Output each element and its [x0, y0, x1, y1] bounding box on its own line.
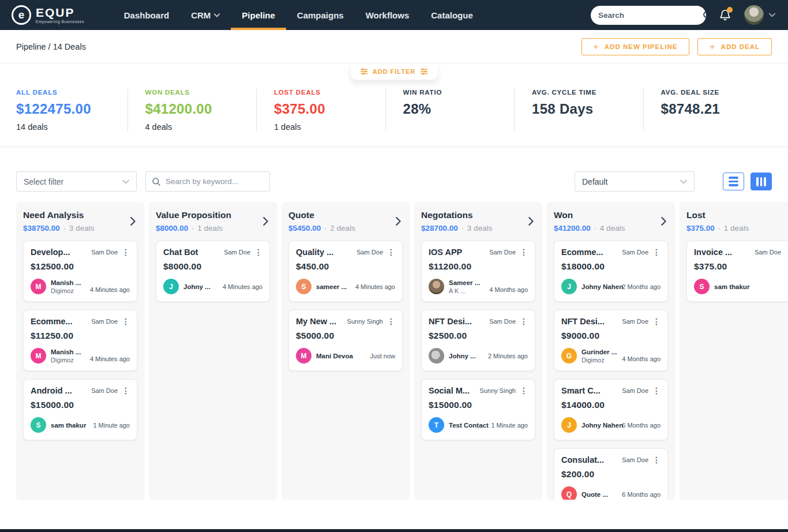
- contact-avatar: G: [561, 348, 577, 364]
- card-menu-icon[interactable]: ⋮: [387, 317, 395, 325]
- deal-title: Develop...: [31, 248, 88, 257]
- notifications-bell[interactable]: [719, 9, 731, 21]
- column-deal-count: 1 deals: [197, 224, 223, 233]
- deal-card[interactable]: NFT Desi... Sam Doe ⋮ $2500.00 Johny ...…: [421, 310, 535, 371]
- card-menu-icon[interactable]: ⋮: [122, 317, 130, 325]
- card-menu-icon[interactable]: ⋮: [652, 456, 661, 464]
- deal-updated-time: 4 Minutes ago: [90, 286, 130, 294]
- card-menu-icon[interactable]: ⋮: [122, 387, 130, 395]
- deal-card[interactable]: My New ... Sunny Singh ⋮ $5000.00 M Mani…: [288, 310, 403, 371]
- column-expand-icon[interactable]: [661, 216, 668, 226]
- card-menu-icon[interactable]: ⋮: [652, 248, 661, 256]
- deal-owner: Sunny Singh: [347, 318, 383, 325]
- app-logo[interactable]: e EQUP Empowering Businesses: [0, 0, 97, 30]
- contact-name: sameer ...: [316, 283, 347, 290]
- deal-owner: Sam Doe: [622, 456, 648, 463]
- card-menu-icon[interactable]: ⋮: [254, 248, 262, 256]
- add-filter-button[interactable]: ADD FILTER: [350, 63, 438, 80]
- deal-amount: $18000.00: [561, 261, 661, 272]
- nav-catalogue[interactable]: Catalogue: [420, 0, 484, 30]
- card-menu-icon[interactable]: ⋮: [785, 248, 788, 256]
- deal-updated-time: 4 Minutes ago: [355, 283, 395, 290]
- nav-dashboard[interactable]: Dashboard: [113, 0, 180, 30]
- user-avatar[interactable]: [744, 5, 764, 25]
- column-name: Lost: [686, 210, 749, 220]
- deal-owner: Sam Doe: [622, 318, 648, 325]
- nav-pipeline[interactable]: Pipeline: [231, 0, 286, 30]
- nav-crm[interactable]: CRM: [180, 0, 231, 30]
- column-deal-count: 2 deals: [330, 224, 355, 233]
- column-name: Won: [554, 210, 625, 220]
- chevron-down-icon: [680, 179, 687, 184]
- keyword-search: [145, 171, 270, 192]
- card-menu-icon[interactable]: ⋮: [520, 317, 528, 325]
- column-deal-count: 4 deals: [600, 224, 625, 233]
- card-menu-icon[interactable]: ⋮: [520, 248, 528, 256]
- column-expand-icon[interactable]: [262, 216, 270, 226]
- deal-owner: Sam Doe: [755, 249, 781, 256]
- list-view-toggle[interactable]: [723, 173, 744, 190]
- contact-avatar: M: [31, 279, 46, 294]
- deal-updated-time: 4 Months ago: [489, 286, 528, 294]
- card-menu-icon[interactable]: ⋮: [652, 387, 661, 395]
- search-icon[interactable]: [703, 10, 712, 20]
- deal-card[interactable]: Smart C... Sam Doe ⋮ $14000.00 J Johny N…: [554, 379, 668, 440]
- deal-card[interactable]: Ecomme... Sam Doe ⋮ $18000.00 J Johny Na…: [554, 241, 668, 302]
- nav-campaigns[interactable]: Campaigns: [286, 0, 355, 30]
- column-expand-icon[interactable]: [130, 216, 137, 226]
- deal-title: Social M...: [429, 386, 476, 395]
- global-search-input[interactable]: [598, 11, 703, 20]
- filter-sliders-icon: [420, 68, 427, 75]
- chevron-down-icon: [214, 13, 220, 17]
- deal-title: NFT Desi...: [561, 317, 618, 326]
- logo-icon: e: [12, 5, 31, 25]
- column-amount: $5450.00: [288, 224, 321, 233]
- deal-card[interactable]: Invoice ... Sam Doe ⋮ $375.00 S sam thak…: [686, 241, 788, 302]
- deal-card[interactable]: Social M... Sunny Singh ⋮ $15000.00 T Te…: [421, 379, 535, 440]
- keyword-search-input[interactable]: [166, 177, 268, 186]
- contact-name: Gurinder ...: [581, 349, 617, 355]
- deal-amount: $14000.00: [561, 400, 661, 410]
- deal-owner: Sunny Singh: [480, 387, 516, 394]
- add-deal-button[interactable]: + ADD DEAL: [697, 38, 772, 55]
- deal-card[interactable]: Ecomme... Sam Doe ⋮ $11250.00 M Manish .…: [23, 310, 137, 371]
- deal-card[interactable]: Android ... Sam Doe ⋮ $15000.00 S sam th…: [23, 379, 137, 440]
- contact-avatar: T: [429, 417, 444, 433]
- select-filter-dropdown[interactable]: Select filter: [16, 171, 137, 192]
- column-expand-icon[interactable]: [395, 216, 403, 226]
- sort-dropdown[interactable]: Default: [575, 171, 695, 192]
- kanban-view-toggle[interactable]: [751, 173, 772, 190]
- deal-title: My New ...: [296, 317, 344, 326]
- deal-card[interactable]: Develop... Sam Doe ⋮ $12500.00 M Manish …: [23, 241, 137, 302]
- deal-owner: Sam Doe: [91, 318, 118, 325]
- stat-lost-deals: LOST DEALS $375.00 1 deals: [256, 89, 385, 132]
- user-menu-caret-icon[interactable]: [769, 13, 775, 17]
- column-lost: Lost $375.00 · 1 deals Invoice ... Sam D…: [680, 202, 788, 500]
- deal-card[interactable]: Consulat... Sam Doe ⋮ $200.00 Q Quote ..…: [554, 448, 668, 500]
- deal-amount: $375.00: [694, 261, 788, 272]
- deal-card[interactable]: IOS APP Sam Doe ⋮ $11200.00 Sameer ... A…: [421, 241, 535, 302]
- contact-name: sam thakur: [51, 422, 86, 429]
- deal-card[interactable]: Quality ... Sam Doe ⋮ $450.00 S sameer .…: [288, 241, 403, 302]
- deal-title: Consulat...: [561, 455, 618, 464]
- contact-name: Mani Devoa: [316, 353, 353, 359]
- deal-amount: $12500.00: [31, 261, 130, 272]
- column-expand-icon[interactable]: [528, 216, 535, 226]
- contact-name: sam thakur: [714, 283, 749, 290]
- deal-card[interactable]: NFT Desi... Sam Doe ⋮ $9000.00 G Gurinde…: [554, 310, 668, 371]
- contact-avatar: S: [31, 417, 46, 433]
- card-menu-icon[interactable]: ⋮: [387, 248, 395, 256]
- deal-card[interactable]: Chat Bot Sam Doe ⋮ $8000.00 J Johny ... …: [156, 241, 270, 302]
- deal-title: Invoice ...: [694, 248, 751, 257]
- card-menu-icon[interactable]: ⋮: [122, 248, 130, 256]
- card-menu-icon[interactable]: ⋮: [652, 317, 661, 325]
- contact-company: A K ...: [449, 287, 480, 294]
- card-menu-icon[interactable]: ⋮: [520, 387, 528, 395]
- nav-workflows[interactable]: Workflows: [355, 0, 421, 30]
- breadcrumb: Pipeline / 14 Deals: [16, 42, 86, 51]
- column-amount: $375.00: [686, 224, 715, 233]
- contact-name: Johny Nahen: [581, 283, 617, 290]
- column-need-analysis: Need Analysis $38750.00 · 3 deals Develo…: [16, 202, 144, 500]
- add-new-pipeline-button[interactable]: + ADD NEW PIPELINE: [581, 38, 690, 55]
- page-subheader: Pipeline / 14 Deals + ADD NEW PIPELINE +…: [0, 30, 788, 63]
